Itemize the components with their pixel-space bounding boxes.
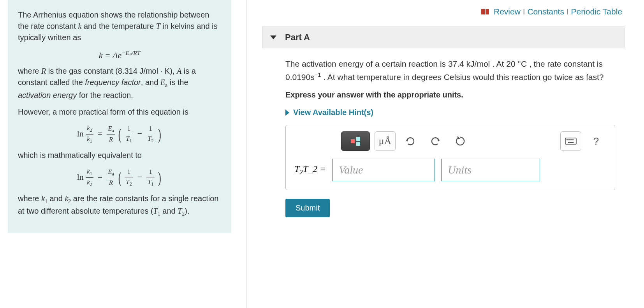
help-button[interactable]: ? — [586, 132, 606, 150]
equation-two-point-1: ln k2k1 = EaR ( 1T1 − 1T2 ) — [18, 123, 221, 146]
svg-rect-5 — [568, 142, 574, 143]
value-input[interactable]: Value — [332, 159, 435, 181]
link-periodic-table[interactable]: Periodic Table — [571, 7, 622, 16]
equation-two-point-2: ln k1k2 = EaR ( 1T2 − 1T1 ) — [18, 166, 221, 189]
express-instruction: Express your answer with the appropriate… — [285, 90, 615, 99]
reset-button[interactable] — [450, 132, 470, 150]
reset-icon — [455, 136, 465, 146]
undo-button[interactable] — [400, 132, 421, 150]
top-links: Review I Constants I Periodic Table — [262, 0, 625, 27]
svg-rect-4 — [572, 139, 574, 140]
view-hints-label: View Available Hint(s) — [293, 108, 373, 117]
svg-rect-1 — [567, 139, 568, 140]
answer-box: μÅ ? T2T_2 — [285, 125, 615, 190]
template-icon — [351, 137, 360, 146]
intro-p5: where k1 and k2 are the rate constants f… — [18, 193, 221, 218]
equation-arrhenius: k = Ae−Eₐ/RT — [18, 49, 221, 62]
svg-rect-0 — [565, 138, 576, 144]
intro-p4: which is mathmatically equivalent to — [18, 150, 221, 161]
flag-icon — [481, 9, 489, 14]
intro-panel: The Arrhenius equation shows the relatio… — [8, 0, 231, 233]
undo-icon — [405, 137, 415, 145]
part-a-header[interactable]: Part A — [262, 27, 625, 48]
chevron-right-icon — [285, 110, 289, 116]
template-picker-button[interactable] — [341, 131, 370, 151]
redo-button[interactable] — [425, 132, 445, 150]
answer-variable-label: T2T_2 = — [294, 164, 326, 176]
link-constants[interactable]: Constants — [527, 7, 564, 16]
intro-p1: The Arrhenius equation shows the relatio… — [18, 9, 221, 43]
intro-p3: However, a more practical form of this e… — [18, 106, 221, 118]
submit-button[interactable]: Submit — [285, 199, 330, 217]
link-review[interactable]: Review — [494, 7, 521, 16]
units-button[interactable]: μÅ — [375, 131, 396, 151]
units-input[interactable]: Units — [441, 159, 540, 181]
part-a-title: Part A — [285, 32, 310, 42]
view-hints-toggle[interactable]: View Available Hint(s) — [285, 108, 615, 117]
chevron-down-icon — [270, 35, 276, 39]
question-text: The activation energy of a certain react… — [285, 58, 615, 83]
redo-icon — [430, 137, 440, 145]
svg-rect-3 — [570, 139, 572, 140]
keyboard-button[interactable] — [560, 131, 581, 151]
svg-rect-2 — [568, 139, 570, 140]
intro-p2: where R is the gas constant (8.314 J/mol… — [18, 65, 221, 101]
vertical-divider — [239, 0, 246, 308]
keyboard-icon — [565, 138, 577, 145]
